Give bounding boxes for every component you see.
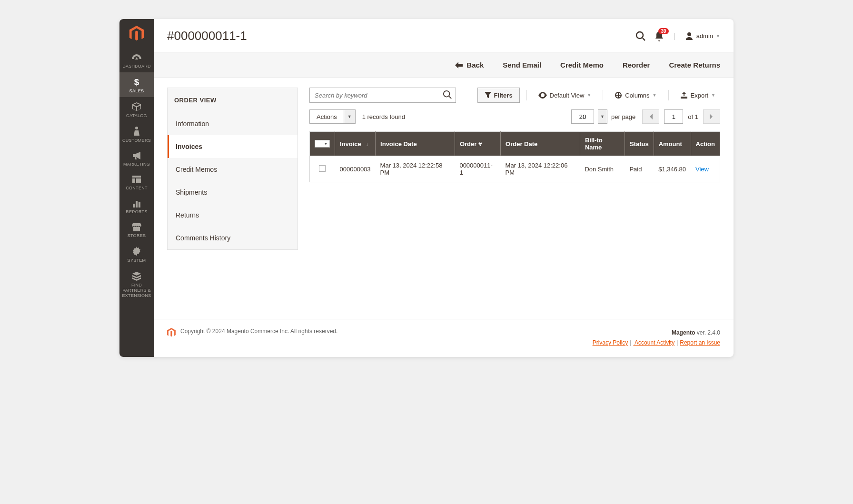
create-returns-button[interactable]: Create Returns [669, 61, 720, 69]
sidebar-item-label: CUSTOMERS [122, 138, 151, 143]
per-page-input[interactable] [571, 109, 594, 124]
sidebar-item-marketing[interactable]: MARKETING [119, 147, 154, 170]
tab-credit-memos[interactable]: Credit Memos [168, 158, 298, 181]
row-checkbox[interactable] [319, 165, 326, 172]
sidebar-item-system[interactable]: SYSTEM [119, 242, 154, 267]
sidebar-item-label: STORES [128, 233, 146, 238]
svg-point-3 [444, 91, 450, 97]
layout-icon [132, 175, 141, 184]
bulk-actions-dropdown[interactable]: Actions ▼ [309, 109, 356, 124]
cell-invoice-date: Mar 13, 2024 12:22:58 PM [376, 156, 455, 182]
user-menu[interactable]: admin ▼ [685, 32, 720, 40]
sidebar-item-partners[interactable]: FIND PARTNERS & EXTENSIONS [119, 267, 154, 302]
columns-dropdown[interactable]: Columns ▼ [610, 91, 661, 99]
sidebar-item-reports[interactable]: REPORTS [119, 194, 154, 218]
prev-page-button[interactable] [642, 109, 659, 124]
select-all-checkbox[interactable] [315, 140, 322, 148]
tab-invoices[interactable]: Invoices [168, 135, 298, 158]
sidebar-item-label: SALES [129, 89, 144, 93]
chevron-down-icon[interactable]: ▼ [322, 140, 330, 148]
col-select[interactable]: ▼ [310, 132, 335, 156]
app-window: DASHBOARD $ SALES CATALOG CUSTOMERS MARK… [119, 19, 734, 357]
dropdown-label: Default View [550, 92, 585, 99]
chevron-down-icon: ▼ [587, 93, 591, 98]
filters-button[interactable]: Filters [477, 88, 520, 103]
sidebar-item-content[interactable]: CONTENT [119, 170, 154, 194]
page-total: of 1 [688, 113, 698, 120]
per-page-selector: ▼ per page [571, 109, 635, 124]
next-page-button[interactable] [703, 109, 720, 124]
separator [603, 90, 603, 100]
cell-status: Paid [625, 156, 654, 182]
actions-label[interactable]: Actions [309, 109, 344, 124]
reorder-button[interactable]: Reorder [623, 61, 650, 69]
table-row[interactable]: 000000003 Mar 13, 2024 12:22:58 PM 00000… [310, 156, 720, 182]
sidebar-item-dashboard[interactable]: DASHBOARD [119, 49, 154, 72]
col-invoice[interactable]: Invoice↓ [335, 132, 376, 156]
button-label: Send Email [503, 61, 541, 69]
magento-logo-icon [167, 328, 176, 339]
chevron-down-icon[interactable]: ▼ [344, 109, 356, 124]
sidebar-item-customers[interactable]: CUSTOMERS [119, 122, 154, 147]
invoices-table: ▼ Invoice↓ Invoice Date Order # Order Da… [309, 131, 720, 182]
default-view-dropdown[interactable]: Default View ▼ [534, 92, 596, 99]
button-label: Back [466, 61, 484, 69]
search-icon [635, 31, 646, 41]
tab-information[interactable]: Information [168, 112, 298, 135]
order-view-header: ORDER VIEW [168, 88, 298, 112]
tab-comments-history[interactable]: Comments History [168, 227, 298, 249]
report-issue-link[interactable]: Report an Issue [680, 339, 720, 346]
col-amount[interactable]: Amount [654, 132, 691, 156]
export-icon [680, 92, 688, 99]
sidebar-item-label: REPORTS [126, 209, 147, 214]
bar-chart-icon [132, 199, 141, 208]
tab-shipments[interactable]: Shipments [168, 181, 298, 204]
sidebar-item-label: SYSTEM [128, 258, 146, 263]
footer: Copyright © 2024 Magento Commerce Inc. A… [154, 319, 734, 357]
columns-icon [615, 91, 622, 99]
page-number-input[interactable] [664, 109, 683, 124]
button-label: Create Returns [669, 61, 720, 69]
col-label: Order # [460, 140, 482, 148]
tab-returns[interactable]: Returns [168, 204, 298, 227]
account-activity-link[interactable]: Account Activity [633, 339, 674, 346]
notification-badge: 39 [658, 28, 668, 34]
notifications-button[interactable]: 39 [655, 31, 664, 41]
svg-text:$: $ [134, 77, 139, 87]
cell-invoice: 000000003 [335, 156, 376, 182]
arrow-left-icon [455, 62, 463, 69]
tab-label: Credit Memos [176, 166, 217, 173]
privacy-link[interactable]: Privacy Policy [593, 339, 628, 346]
credit-memo-button[interactable]: Credit Memo [560, 61, 604, 69]
search-icon[interactable] [443, 90, 452, 101]
col-status[interactable]: Status [625, 132, 654, 156]
export-dropdown[interactable]: Export ▼ [675, 92, 721, 99]
sidebar-item-label: FIND PARTNERS & EXTENSIONS [120, 283, 153, 298]
view-link[interactable]: View [695, 166, 709, 173]
topbar: #000000011-1 39 | admin ▼ [154, 19, 734, 52]
col-invoice-date[interactable]: Invoice Date [376, 132, 455, 156]
col-order-date[interactable]: Order Date [501, 132, 580, 156]
dropdown-label: Export [691, 92, 709, 99]
copyright-text: Copyright © 2024 Magento Commerce Inc. A… [180, 328, 337, 335]
megaphone-icon [132, 151, 141, 160]
cell-order-no: 000000011-1 [455, 156, 500, 182]
chevron-left-icon [649, 114, 653, 119]
search-input[interactable] [309, 88, 456, 103]
col-label: Invoice Date [380, 140, 417, 148]
col-bill-to[interactable]: Bill-to Name [580, 132, 625, 156]
sidebar-item-catalog[interactable]: CATALOG [119, 97, 154, 122]
chevron-down-icon: ▼ [653, 93, 657, 98]
back-button[interactable]: Back [455, 61, 484, 69]
col-order-no[interactable]: Order # [455, 132, 500, 156]
sidebar-item-sales[interactable]: $ SALES [119, 72, 154, 97]
table-header-row: ▼ Invoice↓ Invoice Date Order # Order Da… [310, 132, 720, 156]
user-icon [685, 32, 694, 40]
chevron-down-icon[interactable]: ▼ [598, 109, 607, 124]
send-email-button[interactable]: Send Email [503, 61, 541, 69]
sidebar-item-label: MARKETING [123, 162, 150, 167]
keyword-search [309, 88, 456, 103]
global-search-button[interactable] [635, 31, 646, 41]
sidebar-item-stores[interactable]: STORES [119, 218, 154, 242]
cell-amount: $1,346.80 [654, 156, 691, 182]
